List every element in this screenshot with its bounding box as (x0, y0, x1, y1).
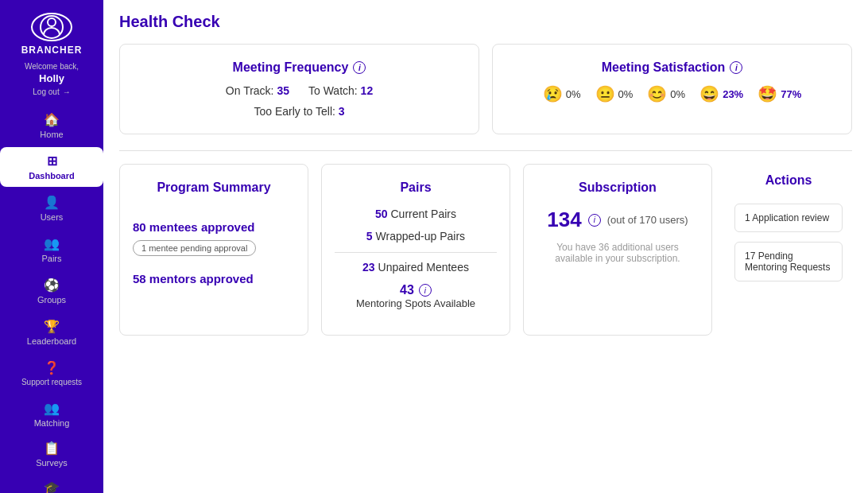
section-divider (119, 150, 852, 151)
sat-item-3: 😊 0% (647, 84, 685, 103)
mentors-approved-label: 58 mentors approved (133, 272, 295, 285)
page-title: Health Check (119, 13, 852, 31)
subscription-info-icon[interactable]: i (588, 214, 601, 227)
meeting-frequency-card: Meeting Frequency i On Track: 35 To Watc… (119, 44, 479, 134)
spots-label: Mentoring Spots Available (335, 297, 497, 309)
current-pairs-stat: 50 Current Pairs (335, 208, 497, 220)
to-watch-stat: To Watch: 12 (308, 84, 373, 97)
dashboard-icon: ⊞ (47, 153, 57, 169)
welcome-text: Welcome back, (25, 62, 79, 71)
sidebar-item-users[interactable]: 👤 Users (0, 188, 103, 228)
sidebar-item-surveys[interactable]: 📋 Surveys (33, 434, 71, 474)
meeting-frequency-stats: On Track: 35 To Watch: 12 (139, 84, 459, 97)
unpaired-stat: 23 Unpaired Mentees (335, 261, 497, 274)
main-content: Health Check Meeting Frequency i On Trac… (103, 0, 868, 493)
to-watch-value: 12 (361, 84, 374, 97)
satisfaction-row: 😢 0% 😐 0% 😊 0% 😄 23% 🤩 77% (512, 84, 832, 103)
meeting-frequency-info-icon[interactable]: i (353, 61, 366, 74)
health-check-row: Meeting Frequency i On Track: 35 To Watc… (119, 44, 852, 134)
logout-button[interactable]: Log out → (33, 87, 70, 96)
sidebar-item-training[interactable]: 🎓 Training (33, 474, 70, 493)
program-summary-card: Program Summary 80 mentees approved 1 me… (119, 164, 308, 336)
too-early-value: 3 (339, 105, 345, 118)
program-summary-title: Program Summary (133, 181, 295, 195)
pairs-icon: 👥 (44, 236, 60, 251)
leaderboard-icon: 🏆 (44, 319, 60, 334)
training-icon: 🎓 (44, 480, 60, 493)
sidebar-item-pairs[interactable]: 👥 Pairs (0, 230, 103, 270)
unpaired-num: 23 (362, 261, 375, 274)
on-track-stat: On Track: 35 (226, 84, 289, 97)
meeting-satisfaction-title: Meeting Satisfaction i (512, 60, 832, 75)
sat-item-4: 😄 23% (699, 84, 743, 103)
action-item-2[interactable]: 17 Pending Mentoring Requests (734, 242, 843, 281)
pairs-divider (335, 252, 497, 253)
sidebar-bottom: 📋 Surveys 🎓 Training (0, 434, 103, 493)
meeting-satisfaction-info-icon[interactable]: i (730, 61, 742, 74)
mentees-approved-label: 80 mentees approved (133, 220, 295, 234)
pending-badge: 1 mentee pending approval (133, 240, 256, 256)
matching-icon: 👥 (44, 401, 60, 416)
sidebar-item-groups[interactable]: ⚽ Groups (0, 271, 103, 311)
sat-item-5: 🤩 77% (758, 84, 801, 103)
support-icon: ❓ (44, 360, 60, 375)
logo (31, 13, 72, 41)
svg-point-1 (48, 18, 56, 26)
surveys-icon: 📋 (44, 441, 60, 456)
wrapped-pairs-stat: 5 Wrapped-up Pairs (335, 230, 497, 243)
sidebar-item-support[interactable]: ❓ Support requests (0, 354, 103, 393)
users-icon: 👤 (44, 195, 60, 210)
subscription-value: 134 (547, 208, 581, 232)
username: Holly (39, 72, 64, 84)
wrapped-num: 5 (366, 230, 373, 243)
brand-name: BRANCHER (21, 45, 83, 56)
action-item-1[interactable]: 1 Application review (734, 204, 843, 232)
pairs-title: Pairs (335, 181, 497, 195)
sidebar-item-dashboard[interactable]: ⊞ Dashboard (0, 147, 103, 187)
spots-info-icon[interactable]: i (419, 284, 432, 297)
pairs-card: Pairs 50 Current Pairs 5 Wrapped-up Pair… (321, 164, 510, 336)
too-early-stat: Too Early to Tell: 3 (139, 105, 459, 118)
subscription-note: You have 36 additional users available i… (537, 242, 699, 264)
on-track-value: 35 (277, 84, 289, 97)
sidebar-nav: 🏠 Home ⊞ Dashboard 👤 Users 👥 Pairs ⚽ Gro… (0, 106, 103, 434)
sat-item-1: 😢 0% (543, 84, 581, 103)
actions-title: Actions (734, 173, 843, 188)
groups-icon: ⚽ (44, 278, 60, 293)
current-pairs-num: 50 (375, 208, 388, 220)
spots-num: 43 (400, 283, 414, 297)
sidebar-item-leaderboard[interactable]: 🏆 Leaderboard (0, 312, 103, 352)
subscription-card: Subscription 134 i (out of 170 users) Yo… (523, 164, 712, 336)
sat-link-5[interactable]: 77% (781, 88, 801, 100)
meeting-satisfaction-card: Meeting Satisfaction i 😢 0% 😐 0% 😊 0% 😄 (492, 44, 852, 134)
subscription-out-of: (out of 170 users) (607, 214, 688, 226)
sat-link-4[interactable]: 23% (723, 88, 743, 100)
sidebar-item-home[interactable]: 🏠 Home (0, 106, 103, 146)
sat-item-2: 😐 0% (595, 84, 634, 103)
sidebar-item-matching[interactable]: 👥 Matching (0, 394, 103, 434)
sidebar: BRANCHER Welcome back, Holly Log out → 🏠… (0, 0, 103, 493)
meeting-frequency-title: Meeting Frequency i (139, 60, 459, 75)
dashboard-cards: Program Summary 80 mentees approved 1 me… (119, 164, 852, 336)
actions-column: Actions 1 Application review 17 Pending … (725, 164, 852, 336)
home-icon: 🏠 (44, 112, 60, 127)
subscription-title: Subscription (537, 181, 699, 195)
mentoring-spots-row: 43 i (335, 283, 497, 297)
